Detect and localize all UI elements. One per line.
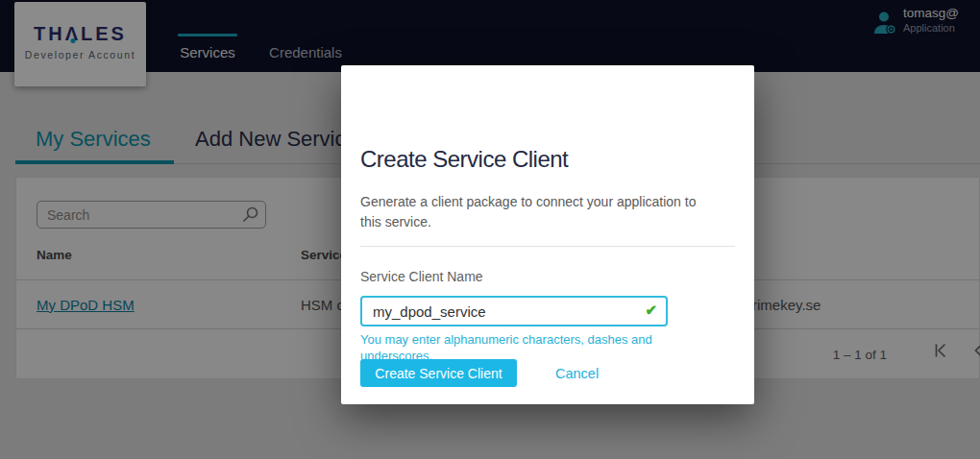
modal-divider	[360, 246, 735, 247]
modal-description: Generate a client package to connect you…	[360, 192, 706, 232]
service-client-name-input[interactable]	[362, 298, 666, 325]
cancel-button[interactable]: Cancel	[555, 366, 599, 381]
service-client-name-label: Service Client Name	[360, 269, 483, 284]
modal-title: Create Service Client	[360, 146, 568, 173]
create-service-client-modal: Create Service Client Generate a client …	[341, 65, 754, 404]
service-client-name-field: ✔	[360, 296, 668, 326]
create-service-client-button[interactable]: Create Service Client	[360, 359, 517, 387]
valid-check-icon: ✔	[645, 302, 657, 319]
